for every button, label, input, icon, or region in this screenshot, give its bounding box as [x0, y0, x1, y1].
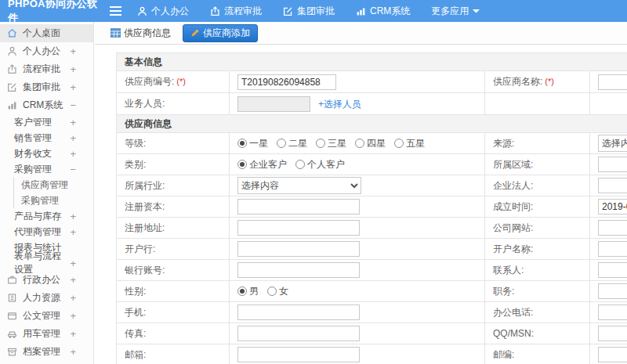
tab-supplier-add[interactable]: 供应商添加: [183, 24, 258, 42]
sidebar-item-crm-system[interactable]: CRM系统 −: [0, 96, 93, 114]
main-content: 供应商信息 供应商添加 基本信息 供应商编号:(*) 供应商名称:(*) 业务人…: [95, 22, 627, 364]
sidebar-item-form-flow-settings[interactable]: 表单与流程设置 +: [0, 255, 93, 271]
sidebar-item-label: 行政办公: [23, 273, 60, 287]
registered-address-input[interactable]: [237, 220, 360, 236]
legal-person-input[interactable]: [598, 178, 627, 193]
tab-supplier-info[interactable]: 供应商信息: [106, 24, 176, 42]
radio-option-personal-customer[interactable]: 个人客户: [295, 158, 345, 171]
expand-indicator[interactable]: +: [70, 346, 76, 358]
registered-capital-input[interactable]: [237, 199, 360, 214]
tab-label: 供应商添加: [203, 27, 250, 40]
field-label-fax: 传真:: [117, 323, 230, 344]
sidebar-item-product-inventory[interactable]: 产品与库存 +: [0, 208, 93, 224]
sidebar-item-procurement-mgmt[interactable]: 采购管理: [13, 193, 93, 208]
empty-label-cell: [485, 93, 590, 115]
expand-indicator[interactable]: +: [70, 132, 76, 144]
collapse-indicator[interactable]: −: [70, 99, 76, 111]
mobile-input[interactable]: [237, 305, 360, 320]
radio-option-enterprise-customer[interactable]: 企业客户: [237, 158, 287, 171]
supplier-code-input[interactable]: [237, 74, 336, 90]
select-person-link[interactable]: +选择人员: [318, 99, 361, 110]
field-label-legal-person: 企业法人:: [485, 175, 590, 196]
sidebar-item-finance[interactable]: 财务收支 +: [0, 146, 93, 161]
founding-date-input[interactable]: [598, 199, 627, 214]
sidebar-item-supplier-mgmt[interactable]: 供应商管理: [13, 177, 93, 193]
expand-indicator[interactable]: +: [70, 258, 76, 269]
grade-radio-group: 一星 二星 三星 四星 五星: [237, 137, 481, 150]
sidebar-item-archive-mgmt[interactable]: 档案管理 +: [0, 343, 93, 361]
field-label-mobile: 手机:: [117, 302, 230, 323]
field-label-bank-account: 银行账号:: [117, 260, 230, 281]
radio-option-two-star[interactable]: 二星: [277, 137, 307, 150]
company-website-input[interactable]: [598, 220, 627, 236]
chart-icon: [7, 100, 17, 110]
nav-item-workflow-approval[interactable]: 流程审批: [210, 5, 262, 18]
expand-indicator[interactable]: +: [70, 211, 76, 222]
sidebar-item-label: 档案管理: [23, 345, 60, 359]
sidebar-item-personal-office[interactable]: 个人办公 +: [0, 42, 93, 60]
radio-selected-icon: [237, 139, 247, 148]
radio-option-male[interactable]: 男: [237, 285, 259, 298]
sidebar-item-label: 流程审批: [23, 63, 60, 76]
expand-indicator[interactable]: +: [70, 274, 76, 286]
supplier-name-input[interactable]: [598, 74, 627, 90]
radio-option-four-star[interactable]: 四星: [355, 137, 386, 150]
sidebar-item-label: 人力资源: [23, 291, 60, 305]
field-label-grade: 等级:: [117, 133, 230, 154]
sidebar-item-label: 产品与库存: [14, 210, 61, 223]
fax-input[interactable]: [237, 326, 360, 341]
nav-item-crm-system[interactable]: CRM系统: [356, 5, 410, 18]
sidebar-item-human-resources[interactable]: 人力资源 +: [0, 289, 93, 307]
expand-indicator[interactable]: +: [70, 148, 76, 160]
industry-select[interactable]: 选择内容: [237, 177, 361, 194]
job-title-input[interactable]: [598, 283, 627, 299]
nav-item-personal-office[interactable]: 个人办公: [137, 5, 189, 18]
contact-person-input[interactable]: [598, 262, 627, 278]
bank-account-input[interactable]: [237, 262, 360, 278]
nav-item-group-approval[interactable]: 集团审批: [283, 5, 335, 18]
sales-person-input[interactable]: [237, 96, 310, 112]
bank-branch-input[interactable]: [237, 241, 360, 257]
email-input[interactable]: [237, 347, 360, 362]
tab-bar: 供应商信息 供应商添加: [95, 22, 627, 45]
office-phone-input[interactable]: [598, 305, 627, 320]
sidebar-item-personal-desktop[interactable]: 个人桌面: [0, 24, 93, 42]
sidebar-item-purchase-mgmt[interactable]: 采购管理 −: [0, 161, 93, 177]
account-name-input[interactable]: [598, 241, 627, 257]
expand-indicator[interactable]: +: [70, 328, 76, 340]
radio-option-five-star[interactable]: 五星: [394, 137, 425, 150]
radio-option-one-star[interactable]: 一星: [237, 137, 268, 150]
sidebar-item-label: 用车管理: [23, 327, 60, 341]
radio-option-female[interactable]: 女: [267, 285, 288, 298]
expand-indicator[interactable]: +: [70, 63, 76, 75]
sidebar-item-vehicle-mgmt[interactable]: 用车管理 +: [0, 325, 93, 343]
radio-option-three-star[interactable]: 三星: [316, 137, 346, 150]
hamburger-menu-icon[interactable]: [110, 6, 121, 16]
radio-selected-icon: [237, 160, 247, 169]
expand-indicator[interactable]: +: [70, 81, 76, 93]
expand-indicator[interactable]: +: [70, 310, 76, 322]
expand-indicator[interactable]: +: [70, 117, 76, 128]
postal-code-input[interactable]: [598, 347, 627, 362]
sidebar-item-group-approval[interactable]: 集团审批 +: [0, 78, 93, 96]
sidebar-item-document-mgmt[interactable]: 公文管理 +: [0, 307, 93, 325]
sidebar-item-label: 财务收支: [14, 147, 52, 160]
source-select[interactable]: 选择内容: [598, 135, 627, 152]
home-icon: [7, 28, 17, 38]
sidebar-item-label: 个人桌面: [23, 27, 60, 40]
sidebar-item-workflow-approval[interactable]: 流程审批 +: [0, 60, 93, 78]
sidebar-item-customer-mgmt[interactable]: 客户管理 +: [0, 114, 93, 130]
chart-icon: [356, 6, 366, 16]
expand-indicator[interactable]: +: [70, 226, 76, 238]
qq-msn-input[interactable]: [598, 326, 627, 341]
field-label-postal-code: 邮编:: [485, 344, 590, 364]
sidebar-item-sales-mgmt[interactable]: 销售管理 +: [0, 130, 93, 146]
nav-item-more-apps[interactable]: 更多应用: [431, 5, 480, 18]
expand-indicator[interactable]: +: [70, 45, 76, 57]
collapse-indicator[interactable]: −: [70, 164, 76, 175]
field-label-gender: 性别:: [117, 281, 230, 302]
region-input[interactable]: [598, 157, 627, 172]
field-label-supplier-name: 供应商名称:(*): [485, 71, 590, 93]
sidebar-item-agent-mgmt[interactable]: 代理商管理 +: [0, 224, 93, 240]
expand-indicator[interactable]: +: [70, 292, 76, 304]
